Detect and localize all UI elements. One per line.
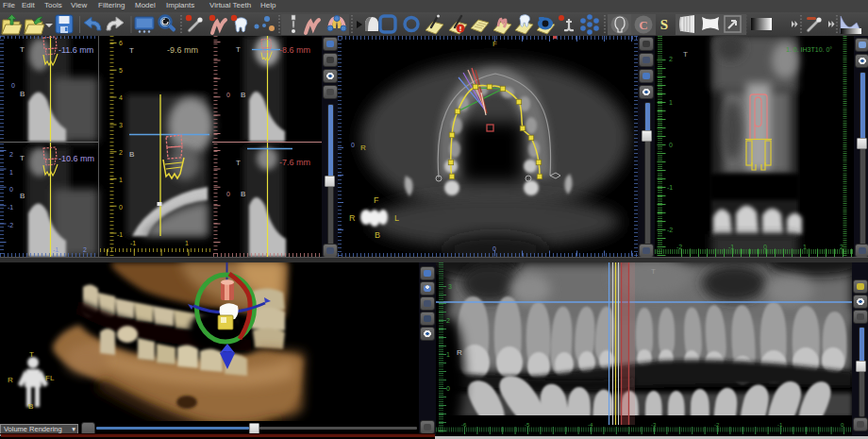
svg-text:S: S bbox=[660, 17, 668, 32]
svg-text:T: T bbox=[651, 267, 656, 276]
svg-text:B: B bbox=[28, 402, 33, 411]
svg-text:4: 4 bbox=[119, 94, 123, 101]
svg-text:-1: -1 bbox=[53, 246, 58, 253]
svg-text:-1: -1 bbox=[728, 244, 734, 250]
svg-text:B: B bbox=[241, 91, 245, 99]
svg-text:1: 1 bbox=[119, 177, 123, 183]
svg-text:-1: -1 bbox=[667, 184, 673, 191]
svg-text:0: 0 bbox=[351, 142, 355, 148]
svg-text:B: B bbox=[375, 230, 380, 240]
svg-text:-7.6 mm: -7.6 mm bbox=[279, 158, 310, 167]
svg-text:-2: -2 bbox=[667, 227, 673, 233]
svg-text:F: F bbox=[374, 195, 379, 205]
svg-text:6: 6 bbox=[119, 40, 123, 46]
svg-text:-4: -4 bbox=[588, 422, 593, 428]
svg-text:-2: -2 bbox=[676, 244, 682, 250]
svg-text:3: 3 bbox=[448, 283, 452, 290]
svg-text:2: 2 bbox=[9, 151, 13, 158]
svg-text:F: F bbox=[492, 40, 497, 48]
svg-text:0: 0 bbox=[763, 244, 767, 250]
svg-text:-6: -6 bbox=[461, 422, 467, 428]
svg-text:-3: -3 bbox=[651, 422, 657, 428]
svg-text:T: T bbox=[236, 45, 241, 54]
svg-text:0: 0 bbox=[226, 92, 230, 98]
svg-text:T: T bbox=[683, 50, 688, 59]
svg-text:2: 2 bbox=[669, 56, 673, 62]
svg-text:0: 0 bbox=[9, 186, 13, 193]
svg-text:C: C bbox=[639, 18, 647, 32]
svg-text:1: 1 bbox=[9, 169, 13, 176]
svg-text:3: 3 bbox=[119, 122, 123, 128]
svg-text:1: 1 bbox=[669, 99, 673, 106]
svg-text:1: 1 bbox=[446, 351, 450, 358]
svg-text:0: 0 bbox=[446, 385, 450, 392]
svg-text:B: B bbox=[129, 150, 134, 159]
svg-text:0: 0 bbox=[492, 245, 496, 252]
svg-text:B: B bbox=[20, 90, 25, 98]
svg-text:T: T bbox=[20, 154, 25, 162]
svg-text:T: T bbox=[236, 159, 241, 167]
svg-text:!: ! bbox=[459, 25, 462, 33]
svg-text:0: 0 bbox=[669, 142, 673, 148]
svg-text:FL: FL bbox=[45, 374, 55, 382]
svg-text:1: 1 bbox=[803, 244, 807, 250]
svg-text:-1: -1 bbox=[130, 240, 136, 246]
svg-text:-2: -2 bbox=[8, 222, 13, 228]
svg-text:0: 0 bbox=[226, 191, 230, 197]
svg-text:-2: -2 bbox=[714, 422, 720, 428]
svg-text:0: 0 bbox=[11, 82, 15, 89]
svg-text:2: 2 bbox=[840, 244, 843, 250]
svg-text:R: R bbox=[457, 348, 462, 357]
svg-text:T: T bbox=[20, 45, 25, 54]
svg-text:2: 2 bbox=[83, 246, 87, 253]
svg-text:T: T bbox=[129, 46, 134, 55]
svg-text:5: 5 bbox=[119, 67, 123, 74]
svg-text:R: R bbox=[349, 213, 356, 223]
svg-text:-8.6 mm: -8.6 mm bbox=[279, 45, 310, 55]
svg-text:-11.6 mm: -11.6 mm bbox=[58, 45, 93, 55]
svg-text:0: 0 bbox=[119, 204, 123, 211]
svg-text:-10.6 mm: -10.6 mm bbox=[58, 154, 94, 163]
svg-text:R: R bbox=[360, 144, 366, 152]
svg-text:B: B bbox=[241, 190, 245, 198]
svg-text:R: R bbox=[8, 376, 13, 384]
svg-text:-1: -1 bbox=[777, 422, 783, 428]
svg-text:-5: -5 bbox=[525, 422, 530, 428]
svg-text:-1: -1 bbox=[8, 204, 13, 211]
svg-text:1: 1 bbox=[185, 240, 189, 246]
svg-text:1. 0. IH3T10. 0°: 1. 0. IH3T10. 0° bbox=[786, 46, 832, 53]
svg-text:-9.6 mm: -9.6 mm bbox=[167, 45, 198, 55]
svg-text:-1: -1 bbox=[117, 231, 123, 238]
svg-text:L: L bbox=[394, 213, 399, 223]
svg-text:2: 2 bbox=[446, 317, 450, 324]
svg-text:T: T bbox=[29, 350, 34, 359]
svg-text:B: B bbox=[20, 192, 25, 200]
svg-text:2: 2 bbox=[119, 149, 123, 156]
